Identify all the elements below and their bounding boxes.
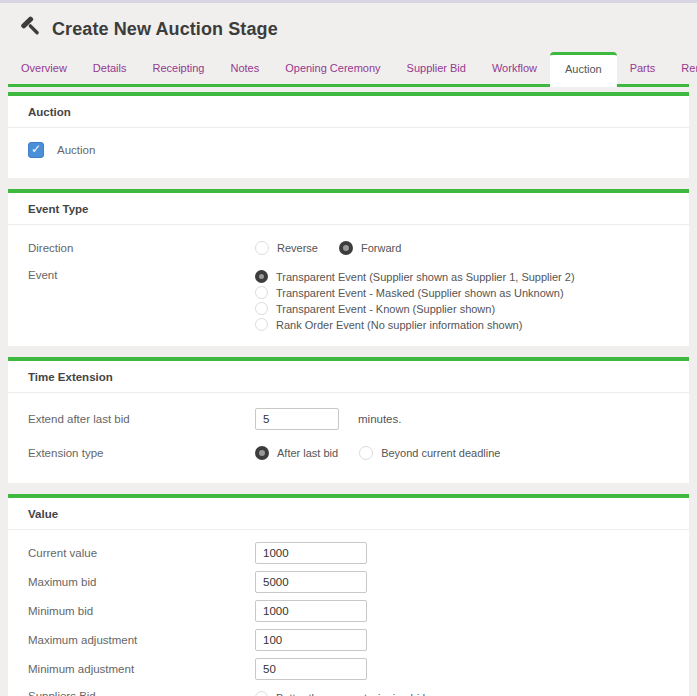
section-event-type: Event Type Direction Reverse Forward Eve…	[8, 189, 689, 346]
extension-type-beyond-deadline[interactable]: Beyond current deadline	[359, 446, 500, 460]
extension-type-row: Extension type After last bid Beyond cur…	[28, 437, 669, 469]
direction-option-reverse[interactable]: Reverse	[255, 241, 318, 255]
tab-opening-ceremony[interactable]: Opening Ceremony	[272, 53, 393, 84]
radio-icon[interactable]	[255, 241, 269, 255]
radio-icon[interactable]	[255, 446, 269, 460]
current-value-input[interactable]	[255, 542, 367, 564]
tab-parts[interactable]: Parts	[617, 53, 669, 84]
maximum-adjustment-input[interactable]	[255, 629, 367, 651]
section-event-type-title: Event Type	[8, 193, 689, 225]
radio-icon[interactable]	[255, 286, 268, 299]
section-value-title: Value	[8, 498, 689, 530]
page-header: Create New Auction Stage	[0, 3, 697, 52]
tab-workflow[interactable]: Workflow	[479, 53, 550, 84]
radio-icon[interactable]	[339, 241, 353, 255]
tab-reminders[interactable]: Reminders	[668, 53, 697, 84]
radio-icon[interactable]	[255, 270, 268, 283]
section-time-extension: Time Extension Extend after last bid min…	[8, 357, 689, 483]
extend-after-last-bid-label: Extend after last bid	[28, 413, 255, 425]
maximum-bid-row: Maximum bid	[28, 567, 669, 596]
minimum-bid-input[interactable]	[255, 600, 367, 622]
event-option-transparent[interactable]: Transparent Event (Supplier shown as Sup…	[255, 269, 575, 284]
maximum-adjustment-row: Maximum adjustment	[28, 625, 669, 654]
section-time-extension-title: Time Extension	[8, 361, 689, 393]
minimum-adjustment-label: Minimum adjustment	[28, 663, 255, 675]
direction-row: Direction Reverse Forward	[28, 233, 669, 262]
event-option-transparent-masked[interactable]: Transparent Event - Masked (Supplier sho…	[255, 285, 575, 300]
tab-overview[interactable]: Overview	[8, 53, 80, 84]
minimum-adjustment-row: Minimum adjustment	[28, 654, 669, 683]
auction-checkbox-label: Auction	[57, 144, 95, 156]
current-value-row: Current value	[28, 538, 669, 567]
suppliers-bid-row: Suppliers Bid Better than current winnin…	[28, 683, 669, 696]
minimum-adjustment-input[interactable]	[255, 658, 367, 680]
tab-details[interactable]: Details	[80, 53, 140, 84]
event-row: Event Transparent Event (Supplier shown …	[28, 262, 669, 332]
section-auction-title: Auction	[8, 96, 689, 128]
tab-auction[interactable]: Auction	[550, 52, 617, 87]
radio-icon[interactable]	[255, 318, 268, 331]
event-option-rank-order[interactable]: Rank Order Event (No supplier informatio…	[255, 317, 575, 332]
extend-after-last-bid-input[interactable]	[255, 408, 339, 430]
minutes-suffix: minutes.	[358, 413, 401, 425]
extension-type-after-last-bid[interactable]: After last bid	[255, 446, 338, 460]
current-value-label: Current value	[28, 547, 255, 559]
tab-supplier-bid[interactable]: Supplier Bid	[394, 53, 479, 84]
auction-checkbox[interactable]	[28, 142, 44, 158]
page-title: Create New Auction Stage	[52, 19, 278, 40]
direction-label: Direction	[28, 242, 255, 254]
maximum-adjustment-label: Maximum adjustment	[28, 634, 255, 646]
auction-checkbox-field[interactable]: Auction	[28, 136, 669, 164]
radio-icon[interactable]	[359, 446, 373, 460]
extend-after-last-bid-row: Extend after last bid minutes.	[28, 401, 669, 437]
maximum-bid-input[interactable]	[255, 571, 367, 593]
radio-icon[interactable]	[255, 302, 268, 315]
event-option-transparent-known[interactable]: Transparent Event - Known (Supplier show…	[255, 301, 575, 316]
extension-type-label: Extension type	[28, 447, 255, 459]
suppliers-bid-label: Suppliers Bid	[28, 690, 255, 696]
minimum-bid-row: Minimum bid	[28, 596, 669, 625]
suppliers-bid-better-than-winning[interactable]: Better than current winning bid	[255, 690, 425, 696]
tab-notes[interactable]: Notes	[217, 53, 272, 84]
minimum-bid-label: Minimum bid	[28, 605, 255, 617]
gavel-icon	[20, 16, 43, 43]
event-label: Event	[28, 269, 255, 281]
radio-icon[interactable]	[255, 691, 268, 696]
direction-option-forward[interactable]: Forward	[339, 241, 401, 255]
section-value: Value Current value Maximum bid Minimum …	[8, 494, 689, 696]
section-auction: Auction Auction	[8, 92, 689, 178]
maximum-bid-label: Maximum bid	[28, 576, 255, 588]
tab-receipting[interactable]: Receipting	[139, 53, 217, 84]
tab-bar: Overview Details Receipting Notes Openin…	[8, 52, 689, 87]
